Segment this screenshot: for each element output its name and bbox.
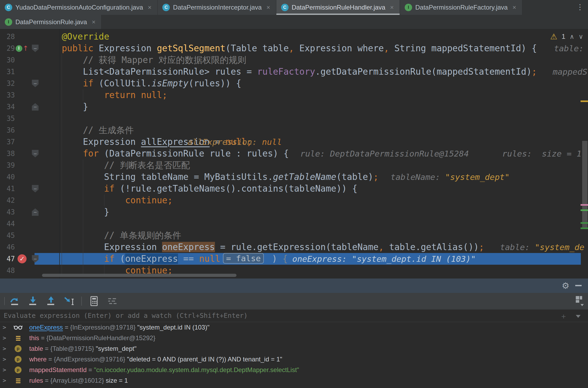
step-over-button[interactable] bbox=[9, 295, 21, 307]
hide-panel-icon[interactable] bbox=[575, 285, 582, 286]
variable-text: where = {AndExpression@19716} "deleted =… bbox=[29, 354, 282, 365]
close-icon[interactable]: × bbox=[266, 4, 270, 11]
token: getSqlSegment bbox=[157, 43, 225, 53]
variable-text: mappedStatementId = "cn.iocoder.yudao.mo… bbox=[29, 365, 299, 375]
fold-region-start-icon[interactable]: − bbox=[32, 150, 39, 157]
evaluated-value-chip: = false bbox=[223, 253, 264, 264]
error-stripe-warning-mark[interactable] bbox=[581, 100, 588, 102]
fold-region-end-icon[interactable]: − bbox=[32, 103, 39, 111]
close-icon[interactable]: × bbox=[92, 18, 95, 26]
error-stripe-mark[interactable] bbox=[581, 222, 588, 224]
tab-overflow-menu-icon[interactable]: ⋮ bbox=[576, 3, 584, 11]
variable-segment: {AndExpression@19716} bbox=[54, 356, 127, 363]
token: // 获得 Mapper 对应的数据权限的规则 bbox=[83, 55, 246, 65]
gear-icon[interactable]: ⚙ bbox=[562, 281, 569, 291]
expand-chevron-icon[interactable]: > bbox=[3, 354, 6, 365]
close-icon[interactable]: × bbox=[148, 4, 151, 11]
step-into-button[interactable] bbox=[27, 295, 39, 307]
error-stripe-mark[interactable] bbox=[581, 227, 588, 229]
variable-row-this[interactable]: >this = {DataPermissionRuleHandler@15292… bbox=[0, 333, 588, 343]
tab-datapermissionrulefactory-java[interactable]: IDataPermissionRuleFactory.java× bbox=[400, 0, 522, 15]
trace-settings-button[interactable] bbox=[106, 295, 118, 307]
next-warning-icon[interactable]: ∨ bbox=[578, 33, 583, 40]
param-icon: p bbox=[12, 354, 24, 365]
token: public bbox=[62, 43, 94, 53]
prev-warning-icon[interactable]: ∧ bbox=[570, 33, 574, 40]
line-number: 34 bbox=[0, 101, 15, 113]
code-line-28: 28@Override bbox=[0, 31, 588, 43]
code-line-39: 39// 判断表名是否匹配 bbox=[0, 159, 588, 171]
hint-part: tableName: bbox=[391, 172, 445, 182]
run-to-cursor-icon bbox=[63, 295, 75, 307]
expand-chevron-icon[interactable]: > bbox=[3, 322, 6, 333]
step-out-button[interactable] bbox=[45, 295, 57, 307]
token: List<DataPermissionRule> rules = bbox=[83, 66, 257, 77]
layout-settings-icon[interactable] bbox=[574, 295, 584, 308]
close-icon[interactable]: × bbox=[513, 4, 516, 11]
gutter-icon-slot: I↑ bbox=[15, 43, 29, 54]
fold-region-end-icon[interactable]: − bbox=[32, 208, 39, 216]
token: } bbox=[83, 102, 88, 112]
variable-segment: where bbox=[29, 356, 46, 363]
code-line-33: 33return null; bbox=[0, 89, 588, 101]
code-text: List<DataPermissionRule> rules = ruleFac… bbox=[83, 66, 537, 78]
expand-chevron-icon[interactable]: > bbox=[3, 365, 6, 375]
line-number: 32 bbox=[0, 78, 15, 89]
expand-chevron-icon[interactable]: > bbox=[3, 343, 6, 354]
tab-datapermissionrule-java[interactable]: IDataPermissionRule.java× bbox=[0, 15, 101, 29]
token: (table) bbox=[336, 172, 373, 182]
parameter-icon: p bbox=[15, 345, 22, 352]
line-number: 36 bbox=[0, 124, 15, 136]
line-number: 29 bbox=[0, 43, 15, 54]
tab-datapermissioninterceptor-java[interactable]: CDataPermissionInterceptor.java× bbox=[158, 0, 276, 15]
token: String tableName = MyBatisUtils. bbox=[104, 172, 273, 182]
code-text: for (DataPermissionRule rule : rules) { bbox=[83, 148, 289, 159]
code-line-31: 31List<DataPermissionRule> rules = ruleF… bbox=[0, 66, 588, 78]
code-text: continue; bbox=[125, 195, 173, 206]
evaluate-expression-button[interactable] bbox=[88, 295, 100, 307]
breakpoint-icon[interactable]: ✓ bbox=[18, 254, 27, 263]
fold-region-start-icon[interactable]: − bbox=[32, 185, 39, 192]
code-text: public Expression getSqlSegment(Table ta… bbox=[62, 43, 537, 54]
token: , bbox=[289, 43, 294, 53]
variable-row-oneExpress[interactable]: >oneExpress = {InExpression@19718} "syst… bbox=[0, 322, 588, 333]
fold-region-start-icon[interactable]: − bbox=[32, 80, 39, 87]
variable-row-rules[interactable]: >rules = {ArrayList@16012} size = 1 bbox=[0, 375, 588, 386]
add-watch-icon[interactable]: ＋ bbox=[560, 311, 567, 321]
variable-segment: this bbox=[29, 334, 39, 341]
close-icon[interactable]: × bbox=[390, 4, 394, 11]
token: // 单条规则的条件 bbox=[104, 230, 181, 241]
implements-method-icon[interactable]: I↑ bbox=[16, 44, 29, 52]
evaluate-placeholder: Evaluate expression (Enter) or add a wat… bbox=[4, 310, 248, 322]
tab-datapermissionrulehandler-java[interactable]: CDataPermissionRuleHandler.java× bbox=[276, 0, 400, 15]
tab-yudaodatapermissionautoconfiguration-java[interactable]: CYudaoDataPermissionAutoConfiguration.ja… bbox=[0, 0, 158, 15]
variable-segment: "system_dept" bbox=[96, 345, 137, 352]
evaluate-expression-input[interactable]: Evaluate expression (Enter) or add a wat… bbox=[0, 309, 588, 322]
interface-marker-icon: I bbox=[16, 45, 22, 52]
parameter-icon: p bbox=[15, 356, 22, 363]
token: ) bbox=[266, 254, 282, 264]
expand-chevron-icon[interactable]: > bbox=[3, 375, 6, 386]
error-stripe-mark[interactable] bbox=[581, 204, 588, 206]
history-dropdown-icon[interactable] bbox=[576, 315, 581, 318]
debug-tool-window-header[interactable]: ⚙ bbox=[0, 279, 588, 293]
token: (DataPermissionRule rule : rules) { bbox=[99, 148, 289, 159]
variable-row-mappedStatementId[interactable]: >pmappedStatementId = "cn.iocoder.yudao.… bbox=[0, 365, 588, 375]
interface-file-icon: I bbox=[405, 4, 412, 11]
code-line-41: 41−if (!rule.getTableNames().contains(ta… bbox=[0, 183, 588, 195]
vertical-scrollbar[interactable] bbox=[582, 141, 587, 229]
variable-row-table[interactable]: >ptable = {Table@19715} "system_dept" bbox=[0, 343, 588, 354]
token: .getDataPermissionRule(mappedStatementId… bbox=[315, 66, 532, 77]
code-text: } bbox=[104, 206, 109, 218]
horizontal-scrollbar[interactable] bbox=[42, 274, 236, 277]
code-editor[interactable]: 28@Override29I↑−public Expression getSql… bbox=[0, 29, 588, 279]
variable-row-where[interactable]: >pwhere = {AndExpression@19716} "deleted… bbox=[0, 354, 588, 365]
gutter-icon-slot: ✓ bbox=[15, 253, 29, 265]
inline-debugger-hint: rules: size = 1 bbox=[502, 148, 582, 159]
expand-chevron-icon[interactable]: > bbox=[3, 333, 6, 343]
error-stripe-mark[interactable] bbox=[581, 209, 588, 211]
fold-region-start-icon[interactable]: − bbox=[32, 45, 39, 52]
token: null bbox=[199, 254, 220, 264]
value-icon bbox=[12, 333, 24, 343]
run-to-cursor-button[interactable] bbox=[63, 295, 75, 307]
